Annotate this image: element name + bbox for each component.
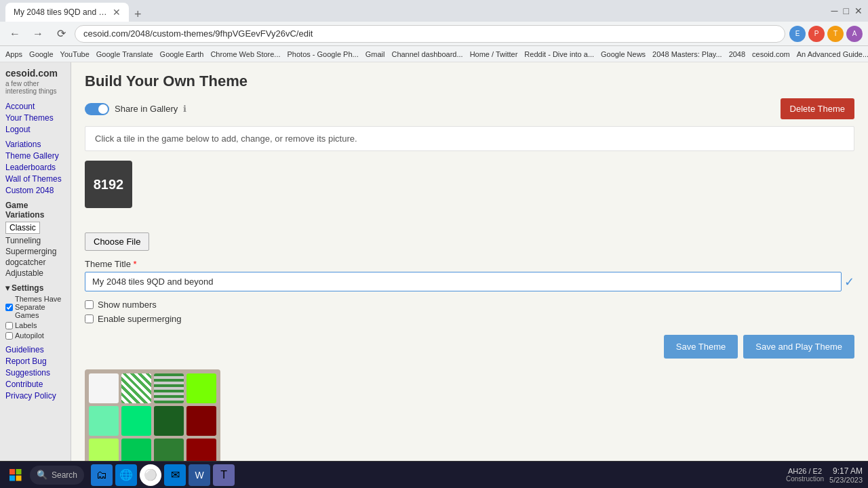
bookmark-reddit[interactable]: Reddit - Dive into a... <box>524 50 594 58</box>
bookmark-gnews[interactable]: Google News <box>601 50 646 58</box>
taskbar-app-explorer[interactable]: 🗂 <box>91 464 113 486</box>
svg-rect-3 <box>16 475 22 481</box>
sidebar-item-supermerging[interactable]: Supermerging <box>5 247 65 256</box>
sidebar-item-contribute[interactable]: Contribute <box>5 380 65 389</box>
taskbar-app-edge[interactable]: 🌐 <box>115 464 137 486</box>
mini-cell-10[interactable] <box>121 439 151 461</box>
sidebar-item-dogcatcher[interactable]: dogcatcher <box>5 258 65 267</box>
mini-cell-9[interactable] <box>89 439 119 461</box>
bookmark-earth[interactable]: Google Earth <box>160 50 204 58</box>
minimize-icon[interactable]: ─ <box>831 5 838 16</box>
bookmark-twitter[interactable]: Home / Twitter <box>470 50 518 58</box>
info-icon[interactable]: ℹ <box>183 104 186 114</box>
taskbar-app-word[interactable]: W <box>189 464 210 486</box>
extension-icon-3[interactable]: T <box>827 26 844 42</box>
themes-separate-checkbox[interactable] <box>5 304 13 311</box>
required-star: * <box>134 259 137 269</box>
autopilot-checkbox[interactable] <box>5 332 13 340</box>
sidebar-item-tunneling[interactable]: Tunneling <box>5 236 65 245</box>
save-and-play-button[interactable]: Save and Play Theme <box>743 335 854 359</box>
bookmark-apps[interactable]: Apps <box>5 50 22 58</box>
enable-supermerging-label: Enable supermerging <box>98 314 182 324</box>
show-numbers-option: Show numbers <box>85 300 854 310</box>
mini-cell-3[interactable] <box>154 373 184 403</box>
sidebar-item-wall-of-themes[interactable]: Wall of Themes <box>5 174 65 184</box>
bookmark-youtube[interactable]: YouTube <box>60 50 90 58</box>
mini-cell-12[interactable] <box>186 439 216 461</box>
sidebar-item-suggestions[interactable]: Suggestions <box>5 368 65 378</box>
taskbar-search-bar[interactable]: 🔍 Search <box>30 466 84 485</box>
sidebar-item-leaderboards[interactable]: Leaderboards <box>5 163 65 172</box>
mini-cell-6[interactable] <box>121 406 151 436</box>
bookmark-2048[interactable]: 2048 <box>729 50 745 58</box>
maximize-icon[interactable]: □ <box>844 5 849 16</box>
active-tab[interactable]: My 2048 tiles 9QD and beyond ✕ <box>5 3 129 22</box>
instruction-text: Click a tile in the game below to add, c… <box>95 134 357 144</box>
sidebar-item-variations[interactable]: Variations <box>5 140 65 149</box>
share-gallery-toggle[interactable] <box>85 103 109 115</box>
sidebar-item-account[interactable]: Account <box>5 102 65 111</box>
extension-icon-1[interactable]: E <box>789 26 806 42</box>
page-title: Build Your Own Theme <box>85 73 854 90</box>
browser-toolbar: ← → ⟳ E P T A <box>0 22 868 46</box>
settings-header[interactable]: ▾ Settings <box>5 283 65 293</box>
tab-close-icon[interactable]: ✕ <box>113 7 121 18</box>
sidebar-item-adjustable[interactable]: Adjustable <box>5 268 65 278</box>
taskbar-app-mail[interactable]: ✉ <box>164 464 186 486</box>
refresh-button[interactable]: ⟳ <box>52 24 71 43</box>
tile-preview-8192[interactable]: 8192 <box>85 161 132 208</box>
mini-cell-4[interactable] <box>186 373 216 403</box>
labels-checkbox[interactable] <box>5 322 13 329</box>
mini-cell-2[interactable] <box>121 373 151 403</box>
sidebar-game-variations-label: Game Variations <box>5 201 65 220</box>
themes-separate-label: Themes Have Separate Games <box>15 295 65 319</box>
mini-cell-7[interactable] <box>154 406 184 436</box>
delete-theme-button[interactable]: Delete Theme <box>781 98 854 119</box>
bookmark-gmail[interactable]: Gmail <box>366 50 385 58</box>
choose-file-button[interactable]: Choose File <box>85 232 149 251</box>
account-icon[interactable]: A <box>846 26 863 42</box>
extension-icon-2[interactable]: P <box>808 26 825 42</box>
forward-button[interactable]: → <box>28 24 47 43</box>
svg-rect-0 <box>9 469 15 474</box>
sidebar-item-custom-2048[interactable]: Custom 2048 <box>5 186 65 195</box>
mini-game-area: 8192 16384 32768 <box>85 369 854 461</box>
sidebar-item-your-themes[interactable]: Your Themes <box>5 113 65 123</box>
bookmark-cesoid[interactable]: cesoid.com <box>752 50 790 58</box>
theme-title-input[interactable] <box>85 272 842 291</box>
sidebar-item-report-bug[interactable]: Report Bug <box>5 357 65 366</box>
sidebar-item-theme-gallery[interactable]: Theme Gallery <box>5 151 65 161</box>
taskbar-apps: 🗂 🌐 ⚪ ✉ W T <box>91 464 235 486</box>
bookmark-google[interactable]: Google <box>29 50 53 58</box>
mini-cell-5[interactable] <box>89 406 119 436</box>
svg-rect-1 <box>16 469 22 474</box>
mini-cell-8[interactable] <box>186 406 216 436</box>
bookmark-channel[interactable]: Channel dashboard... <box>391 50 462 58</box>
mini-cell-1[interactable] <box>89 373 119 403</box>
new-tab-button[interactable]: + <box>129 7 147 22</box>
settings-label: Settings <box>12 283 43 293</box>
show-numbers-checkbox[interactable] <box>85 300 94 309</box>
bookmark-chrome-store[interactable]: Chrome Web Store... <box>210 50 280 58</box>
setting-themes-separate: Themes Have Separate Games <box>5 295 65 319</box>
bookmark-translate[interactable]: Google Translate <box>96 50 153 58</box>
taskbar-app-teams[interactable]: T <box>213 464 235 486</box>
sidebar-item-guidelines[interactable]: Guidelines <box>5 345 65 354</box>
start-button[interactable] <box>5 466 26 485</box>
instruction-box: Click a tile in the game below to add, c… <box>85 126 854 151</box>
sidebar-item-logout[interactable]: Logout <box>5 125 65 134</box>
close-icon[interactable]: ✕ <box>854 5 863 16</box>
bookmark-2048masters[interactable]: 2048 Masters: Play... <box>652 50 722 58</box>
address-bar[interactable] <box>75 25 785 43</box>
sidebar-item-classic[interactable]: Classic <box>5 222 40 234</box>
settings-section: ▾ Settings Themes Have Separate Games La… <box>5 283 65 340</box>
enable-supermerging-checkbox[interactable] <box>85 314 94 323</box>
mini-cell-11[interactable] <box>154 439 184 461</box>
bookmark-photos[interactable]: Photos - Google Ph... <box>288 50 359 58</box>
share-gallery-label: Share in Gallery <box>115 104 178 114</box>
bookmark-advanced[interactable]: An Advanced Guide... <box>797 50 868 58</box>
sidebar-item-privacy[interactable]: Privacy Policy <box>5 391 65 401</box>
back-button[interactable]: ← <box>5 24 24 43</box>
taskbar-app-chrome[interactable]: ⚪ <box>140 464 161 486</box>
save-theme-button[interactable]: Save Theme <box>664 335 738 359</box>
